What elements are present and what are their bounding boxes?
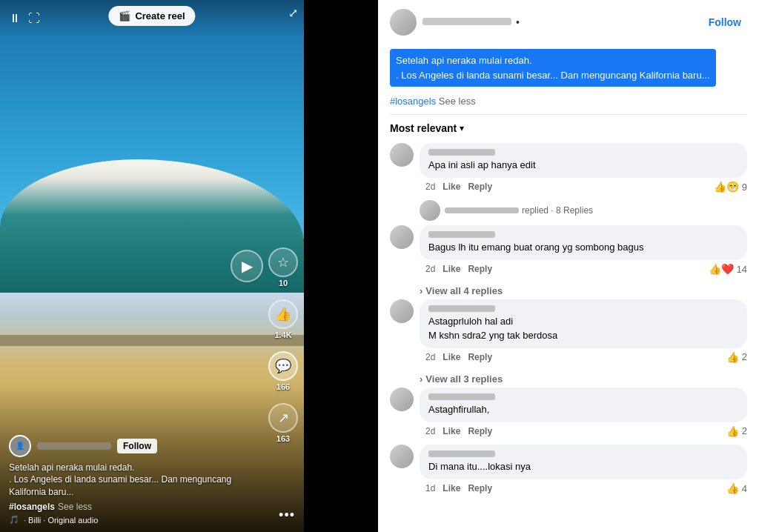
reaction-emoji: 👍	[726, 482, 739, 494]
video-bottom-info: 👤 Follow Setelah api neraka mulai redah.…	[9, 435, 259, 525]
reaction-count: 👍 4	[726, 482, 747, 494]
chevron-right-icon: ›	[420, 373, 422, 385]
comment-actions: 2d Like Reply 👍❤️ 14	[420, 263, 747, 275]
comment-text: Astaghfirullah,	[428, 403, 738, 416]
comment-author	[428, 149, 495, 156]
save-button[interactable]: ☆ 10	[268, 247, 298, 287]
like-button[interactable]: 👍 1.4K	[268, 299, 298, 339]
comment-content: Bagus lh itu emang buat orang yg sombong…	[420, 225, 747, 275]
post-caption-block: Setelah api neraka mulai redah. . Los An…	[390, 49, 747, 91]
comment-like-button[interactable]: Like	[443, 264, 460, 274]
comment-content: Astagprluloh hal adiM kshn sdra2 yng tak…	[420, 299, 747, 362]
create-reel-button[interactable]: 🎬 Create reel	[108, 6, 195, 26]
video-panel: ⏸ ⛶ 🎬 Create reel ⤢ ☆ 10 👍 1.4K �	[0, 0, 304, 532]
replied-info: replied · 8 Replies	[445, 205, 747, 216]
comment-avatar	[390, 299, 414, 323]
comment-reply-button[interactable]: Reply	[468, 426, 492, 436]
comment-avatar	[390, 225, 414, 249]
comment-item: Astaghfirullah, 2d Like Reply 👍 2	[390, 388, 747, 437]
comment-time: 2d	[425, 264, 435, 274]
comment-reply-button[interactable]: Reply	[468, 352, 492, 362]
comment-reply-button[interactable]: Reply	[468, 182, 492, 192]
replied-row: replied · 8 Replies	[390, 200, 747, 221]
fullscreen-icon[interactable]: ⛶	[28, 12, 40, 25]
author-name	[422, 18, 511, 25]
creator-name	[37, 442, 111, 450]
replied-author	[445, 207, 519, 213]
right-action-bar: ☆ 10 👍 1.4K 💬 166 ↗ 163	[268, 247, 298, 443]
see-less-link[interactable]: See less	[439, 96, 476, 107]
video-caption: Setelah api neraka mulai redah. . Los An…	[9, 462, 259, 499]
audio-label: · Billi · Original audio	[24, 516, 98, 525]
post-caption-text: Setelah api neraka mulai redah. . Los An…	[390, 49, 716, 87]
chevron-down-icon: ▾	[460, 123, 464, 133]
share-icon: ↗	[268, 403, 298, 433]
reaction-emoji: 👍	[726, 351, 739, 363]
play-icon: ▶	[231, 250, 263, 282]
people-layer	[0, 335, 304, 346]
follow-button-video[interactable]: Follow	[117, 439, 157, 453]
save-icon: ☆	[268, 247, 298, 277]
comment-like-button[interactable]: Like	[443, 352, 460, 362]
post-header: • Follow	[390, 9, 747, 41]
more-options-button[interactable]: •••	[279, 508, 295, 523]
comment-time: 2d	[425, 426, 435, 436]
comment-author	[428, 231, 495, 238]
audio-row: 🎵 · Billi · Original audio	[9, 515, 259, 525]
comment-author	[428, 450, 495, 457]
reaction-number: 2	[742, 351, 747, 362]
comment-author	[428, 393, 495, 400]
comment-reply-button[interactable]: Reply	[468, 483, 492, 493]
pause-icon[interactable]: ⏸	[9, 12, 21, 25]
sort-row[interactable]: Most relevant ▾	[390, 122, 747, 134]
video-see-less[interactable]: See less	[58, 502, 92, 512]
comments-panel: • Follow Setelah api neraka mulai redah.…	[378, 0, 759, 532]
center-gap	[304, 0, 378, 532]
play-button[interactable]: ▶	[231, 250, 263, 282]
replied-avatar	[420, 200, 440, 221]
like-icon: 👍	[268, 299, 298, 329]
comment-avatar	[390, 143, 414, 167]
comment-like-button[interactable]: Like	[443, 426, 460, 436]
comment-time: 2d	[425, 352, 435, 362]
creator-avatar: 👤	[9, 435, 31, 457]
comment-avatar	[390, 388, 414, 411]
comment-reply-button[interactable]: Reply	[468, 264, 492, 274]
reaction-number: 4	[742, 483, 747, 494]
comment-content: Di mana itu....lokasi nya 1d Like Reply …	[420, 445, 747, 494]
comment-like-button[interactable]: Like	[443, 182, 460, 192]
comments-count: 166	[276, 382, 290, 391]
top-bar-left-icons: ⏸ ⛶	[9, 12, 40, 25]
video-hashtag: #losangels	[9, 502, 55, 512]
replied-text: replied · 8 Replies	[522, 205, 593, 216]
comment-content: Astaghfirullah, 2d Like Reply 👍 2	[420, 388, 747, 437]
comment-bubble: Astagprluloh hal adiM kshn sdra2 yng tak…	[420, 299, 747, 348]
comment-button[interactable]: 💬 166	[268, 351, 298, 391]
likes-count: 1.4K	[274, 330, 291, 339]
reaction-emoji: 👍	[726, 425, 739, 437]
share-button[interactable]: ↗ 163	[268, 403, 298, 443]
expand-button[interactable]: ⤢	[288, 6, 298, 20]
comment-bubble: Bagus lh itu emang buat orang yg sombong…	[420, 225, 747, 260]
comment-like-button[interactable]: Like	[443, 483, 460, 493]
comment-text: Astagprluloh hal adiM kshn sdra2 yng tak…	[428, 315, 738, 342]
reel-icon: 🎬	[119, 10, 130, 21]
comment-item: Astagprluloh hal adiM kshn sdra2 yng tak…	[390, 299, 747, 362]
follow-button-post[interactable]: Follow	[703, 13, 747, 31]
hashtag-row: #losangels See less	[390, 96, 747, 107]
chevron-right-icon: ›	[420, 285, 422, 296]
post-hashtag: #losangels	[390, 96, 436, 107]
view-replies-button[interactable]: › View all 4 replies	[390, 282, 747, 299]
comment-item: Apa ini asli ap hanya edit 2d Like Reply…	[390, 143, 747, 193]
view-replies-label: View all 4 replies	[425, 285, 503, 296]
audio-icon: 🎵	[9, 515, 19, 525]
view-replies-label-2: View all 3 replies	[425, 373, 503, 385]
comment-icon: 💬	[268, 351, 298, 381]
video-container: ⏸ ⛶ 🎬 Create reel ⤢ ☆ 10 👍 1.4K �	[0, 0, 304, 532]
comment-time: 2d	[425, 182, 435, 192]
view-replies-button-2[interactable]: › View all 3 replies	[390, 370, 747, 388]
saves-count: 10	[279, 279, 288, 287]
comment-item: Bagus lh itu emang buat orang yg sombong…	[390, 225, 747, 275]
comment-content: Apa ini asli ap hanya edit 2d Like Reply…	[420, 143, 747, 193]
post-author-avatar	[390, 9, 417, 36]
